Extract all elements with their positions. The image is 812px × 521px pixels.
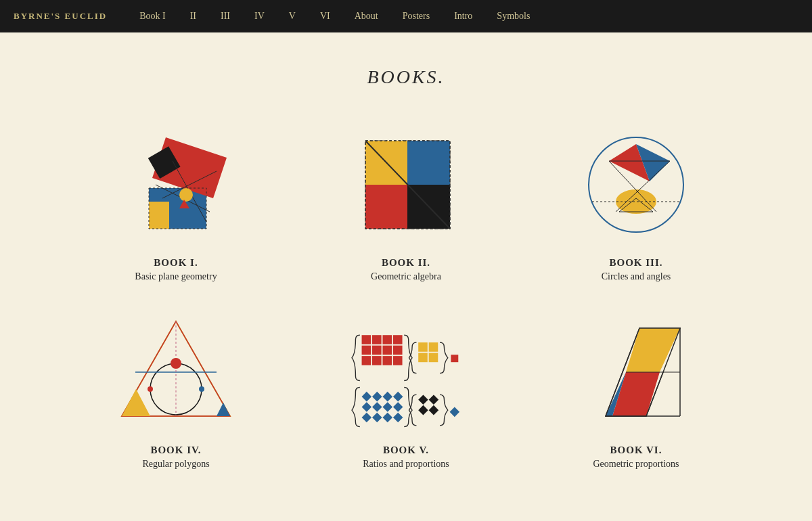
svg-point-34 — [148, 386, 153, 392]
nav-book-v[interactable]: V — [277, 0, 308, 32]
nav-book-iv[interactable]: IV — [242, 0, 277, 32]
svg-marker-62 — [372, 412, 382, 422]
svg-marker-57 — [362, 402, 372, 412]
svg-rect-48 — [418, 342, 428, 352]
svg-marker-56 — [393, 391, 403, 401]
book-iii-item[interactable]: BOOK III. Circles and angles — [528, 122, 744, 282]
book-v-item[interactable]: BOOK V. Ratios and proportions — [298, 309, 514, 470]
nav-book-iii[interactable]: III — [208, 0, 242, 32]
book-v-image — [338, 309, 474, 431]
svg-rect-50 — [418, 353, 428, 362]
svg-rect-1 — [149, 202, 169, 229]
book-iv-image — [108, 309, 244, 431]
svg-rect-12 — [407, 141, 450, 185]
book-i-title: BOOK I. — [154, 257, 198, 269]
svg-rect-51 — [429, 353, 438, 362]
book-vi-title: BOOK VI. — [610, 445, 662, 456]
book-i-item[interactable]: BOOK I. Basic plane geometry — [68, 122, 284, 282]
book-v-title: BOOK V. — [383, 445, 429, 456]
main-navigation: BYRNE'S EUCLID Book I II III IV V VI Abo… — [0, 0, 812, 32]
page-title: BOOKS. — [14, 66, 798, 88]
svg-rect-38 — [382, 335, 392, 344]
book-v-subtitle: Ratios and proportions — [363, 459, 449, 470]
nav-book-ii[interactable]: II — [178, 0, 208, 32]
svg-rect-36 — [362, 335, 371, 344]
book-ii-image — [338, 122, 474, 244]
svg-rect-40 — [362, 345, 371, 355]
svg-marker-61 — [362, 412, 372, 422]
site-brand[interactable]: BYRNE'S EUCLID — [14, 11, 107, 22]
book-i-image — [108, 122, 244, 244]
svg-point-8 — [179, 188, 193, 202]
svg-rect-46 — [382, 356, 392, 365]
book-iv-title: BOOK IV. — [150, 445, 201, 456]
svg-rect-52 — [451, 355, 458, 362]
nav-book-vi[interactable]: VI — [308, 0, 342, 32]
books-grid: BOOK I. Basic plane geometry — [68, 122, 744, 470]
svg-marker-68 — [429, 405, 439, 415]
svg-rect-37 — [372, 335, 382, 344]
svg-rect-13 — [365, 185, 407, 229]
svg-rect-47 — [393, 356, 403, 365]
svg-marker-55 — [382, 391, 392, 401]
nav-book-i[interactable]: Book I — [127, 0, 178, 32]
svg-marker-58 — [372, 402, 382, 412]
book-i-subtitle: Basic plane geometry — [135, 271, 217, 282]
svg-rect-39 — [393, 335, 403, 344]
svg-marker-53 — [362, 391, 372, 401]
nav-intro[interactable]: Intro — [442, 0, 484, 32]
book-iii-image — [568, 122, 704, 244]
svg-marker-54 — [372, 391, 382, 401]
svg-marker-59 — [382, 402, 392, 412]
svg-rect-44 — [362, 356, 371, 365]
book-vi-image — [568, 309, 704, 431]
book-ii-subtitle: Geometric algebra — [371, 271, 441, 282]
book-iii-subtitle: Circles and angles — [602, 271, 671, 282]
nav-symbols[interactable]: Symbols — [484, 0, 542, 32]
nav-posters[interactable]: Posters — [390, 0, 442, 32]
svg-marker-63 — [382, 412, 392, 422]
svg-point-32 — [171, 358, 181, 369]
book-vi-item[interactable]: BOOK VI. Geometric proportions — [528, 309, 744, 470]
book-iv-subtitle: Regular polygons — [142, 459, 209, 470]
svg-point-35 — [199, 386, 204, 392]
svg-rect-49 — [429, 342, 438, 352]
svg-marker-67 — [418, 405, 428, 415]
svg-rect-42 — [382, 345, 392, 355]
svg-marker-66 — [429, 394, 439, 405]
main-content: BOOKS. — [0, 32, 812, 497]
svg-rect-41 — [372, 345, 382, 355]
svg-marker-64 — [393, 412, 403, 422]
book-iv-item[interactable]: BOOK IV. Regular polygons — [68, 309, 284, 470]
svg-rect-43 — [393, 345, 403, 355]
book-ii-title: BOOK II. — [382, 257, 430, 269]
svg-marker-60 — [393, 402, 403, 412]
book-vi-subtitle: Geometric proportions — [593, 459, 679, 470]
nav-about[interactable]: About — [342, 0, 390, 32]
svg-marker-69 — [450, 407, 460, 417]
svg-marker-65 — [418, 394, 428, 405]
book-ii-item[interactable]: BOOK II. Geometric algebra — [298, 122, 514, 282]
svg-rect-45 — [372, 356, 382, 365]
book-iii-title: BOOK III. — [609, 257, 662, 269]
